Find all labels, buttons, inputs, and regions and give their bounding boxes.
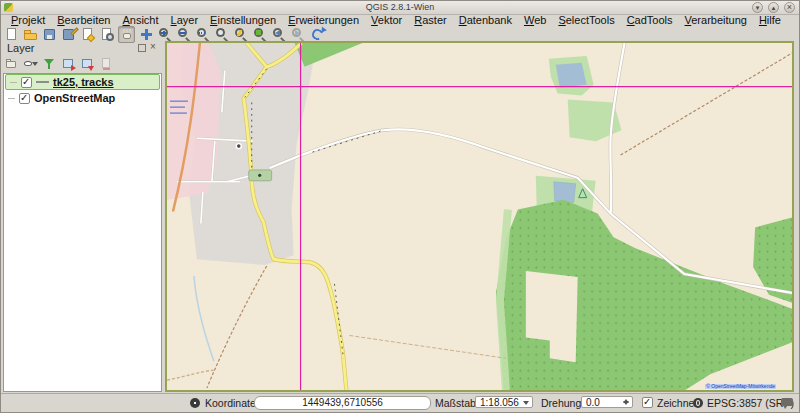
qgis-window: QGIS 2.8.1-Wien ProjektBearbeitenAnsicht… <box>0 0 800 413</box>
main-toolbar <box>1 27 800 42</box>
window-maximize-button[interactable] <box>768 2 779 13</box>
save-project-as-button[interactable] <box>61 27 76 42</box>
zoom-last-button[interactable] <box>272 27 287 42</box>
layer-visibility-checkbox[interactable] <box>19 93 30 104</box>
expand-all-button[interactable] <box>62 57 76 71</box>
layer-label: OpenStreetMap <box>34 92 115 104</box>
chevron-down-icon <box>523 401 529 405</box>
lake <box>556 63 587 88</box>
tree-branch <box>8 98 15 99</box>
layer-list: tk25, tracks OpenStreetMap <box>3 73 162 392</box>
layer-item-tk25-tracks[interactable]: tk25, tracks <box>5 74 160 90</box>
mouse-position-icon <box>190 398 200 408</box>
zoom-next-button[interactable] <box>291 27 306 42</box>
pan-button[interactable] <box>118 26 135 43</box>
layer-item-openstreetmap[interactable]: OpenStreetMap <box>4 90 161 106</box>
visibility-presets-button[interactable] <box>24 57 38 71</box>
menu-verarbeitung[interactable]: Verarbeitung <box>679 14 753 27</box>
menu-web[interactable]: Web <box>518 14 552 27</box>
crs-icon <box>693 398 703 408</box>
layer-visibility-checkbox[interactable] <box>21 77 32 88</box>
layers-panel-title: Layer <box>7 42 35 54</box>
spin-down-icon[interactable] <box>623 401 629 405</box>
rotation-label: Drehung: <box>541 397 584 409</box>
layers-panel-toolbar <box>1 55 164 72</box>
window-minimize-button[interactable] <box>752 2 763 13</box>
poi-symbol <box>237 144 241 148</box>
dock-close-icon[interactable] <box>150 41 160 51</box>
new-composer-button[interactable] <box>80 27 95 42</box>
messages-icon[interactable] <box>781 398 793 406</box>
new-project-button[interactable] <box>4 27 19 42</box>
save-project-button[interactable] <box>42 27 57 42</box>
layer-label: tk25, tracks <box>53 76 114 88</box>
zoom-full-button[interactable] <box>215 27 230 42</box>
pond <box>554 182 576 203</box>
filter-legend-button[interactable] <box>43 57 57 71</box>
add-group-button[interactable] <box>5 57 19 71</box>
zoom-layer-button[interactable] <box>234 27 249 42</box>
menu-projekt[interactable]: Projekt <box>5 14 51 27</box>
menu-datenbank[interactable]: Datenbank <box>453 14 518 27</box>
rotation-value: 0.0 <box>586 397 600 408</box>
map-svg <box>167 43 792 390</box>
remove-layer-button[interactable] <box>100 57 114 71</box>
poi-dot <box>258 174 261 177</box>
menu-selecttools[interactable]: SelectTools <box>552 14 620 27</box>
map-canvas[interactable]: © OpenStreetMap-Mitwirkende <box>165 41 794 392</box>
menu-raster[interactable]: Raster <box>408 14 452 27</box>
coordinate-input[interactable]: 1449439,6710556 <box>254 396 431 410</box>
window-title: QGIS 2.8.1-Wien <box>1 2 799 12</box>
coordinate-label: Koordinate: <box>205 397 259 409</box>
menu-vektor[interactable]: Vektor <box>365 14 408 27</box>
composer-manager-button[interactable] <box>99 27 114 42</box>
line-symbol-icon <box>36 81 49 83</box>
open-project-button[interactable] <box>23 27 38 42</box>
osm-attribution[interactable]: © OpenStreetMap-Mitwirkende <box>705 384 776 389</box>
zoom-out-button[interactable] <box>177 27 192 42</box>
pan-selection-button[interactable] <box>139 27 154 42</box>
layers-panel: Layer tk25, tracks OpenStreetMap <box>1 42 164 392</box>
collapse-all-button[interactable] <box>81 57 95 71</box>
menu-erweiterungen[interactable]: Erweiterungen <box>282 14 365 27</box>
menu-bearbeiten[interactable]: Bearbeiten <box>51 14 116 27</box>
menu-einstellungen[interactable]: Einstellungen <box>204 14 282 27</box>
render-checkbox[interactable] <box>642 397 653 408</box>
status-bar: Koordinate: 1449439,6710556 Maßstab 1:18… <box>1 393 799 412</box>
zoom-selection-button[interactable] <box>253 27 268 42</box>
scale-value: 1:18.056 <box>480 397 519 408</box>
rotation-spinbox[interactable]: 0.0 <box>581 396 633 408</box>
scale-combobox[interactable]: 1:18.056 <box>475 396 533 408</box>
zoom-in-button[interactable] <box>158 27 173 42</box>
menu-cadtools[interactable]: CadTools <box>621 14 679 27</box>
window-close-button[interactable] <box>784 2 795 13</box>
tree-branch <box>10 82 17 83</box>
map-label-lines <box>170 101 188 102</box>
refresh-button[interactable] <box>310 27 325 42</box>
title-bar: QGIS 2.8.1-Wien <box>1 1 799 15</box>
dock-float-icon[interactable] <box>138 44 146 52</box>
menu-layer[interactable]: Layer <box>165 14 205 27</box>
scale-label: Maßstab <box>435 397 476 409</box>
layers-panel-header: Layer <box>1 42 164 55</box>
zoom-native-button[interactable] <box>196 27 211 42</box>
menu-hilfe[interactable]: Hilfe <box>753 14 787 27</box>
